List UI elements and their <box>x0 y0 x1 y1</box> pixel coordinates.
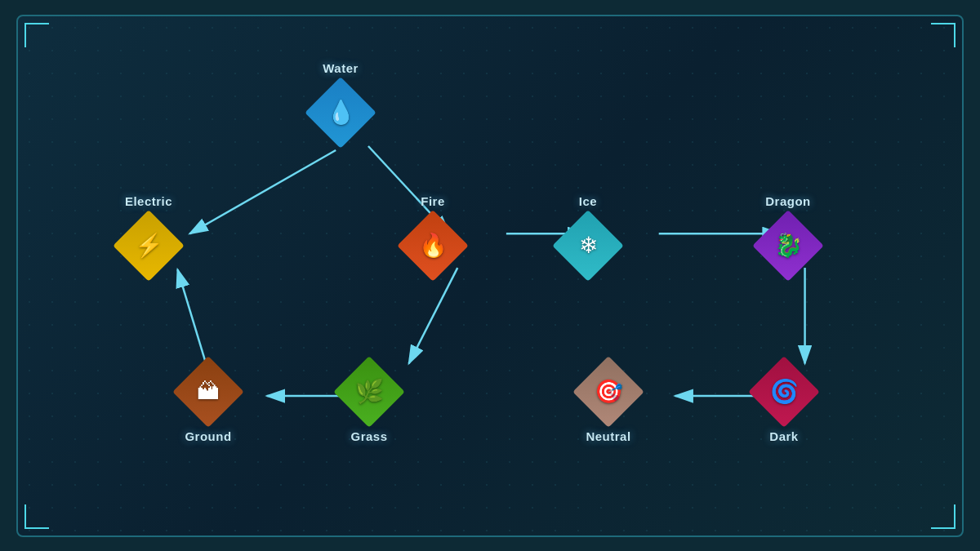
water-icon-wrap: 💧 <box>308 80 373 145</box>
ice-icon-wrap: ❄ <box>555 213 621 278</box>
element-dark[interactable]: 🌀 Dark <box>751 359 817 443</box>
electric-icon-wrap: ⚡ <box>116 213 181 278</box>
ground-icon-wrap: 🏔 <box>176 359 241 424</box>
element-neutral[interactable]: 🎯 Neutral <box>572 359 645 443</box>
fire-icon: 🔥 <box>419 234 448 257</box>
water-icon: 💧 <box>327 101 355 124</box>
ground-label: Ground <box>185 429 231 443</box>
grass-icon-wrap: 🌿 <box>336 359 402 424</box>
electric-icon: ⚡ <box>135 234 163 257</box>
dark-icon-wrap: 🌀 <box>751 359 817 424</box>
ice-icon: ❄ <box>579 234 598 257</box>
grass-label: Grass <box>350 429 387 443</box>
neutral-icon: 🎯 <box>595 380 623 403</box>
diagram-area: Water 💧 Electric ⚡ Fire 🔥 <box>18 16 962 535</box>
dark-icon: 🌀 <box>770 380 799 403</box>
element-electric[interactable]: Electric ⚡ <box>108 194 189 278</box>
element-water[interactable]: Water 💧 <box>304 61 377 145</box>
main-frame: Water 💧 Electric ⚡ Fire 🔥 <box>16 15 964 537</box>
svg-line-5 <box>177 269 206 363</box>
svg-line-3 <box>409 268 458 363</box>
element-dragon[interactable]: Dragon 🐉 <box>751 194 825 278</box>
element-ground[interactable]: 🏔 Ground <box>172 359 245 443</box>
grass-icon: 🌿 <box>355 380 384 403</box>
element-fire[interactable]: Fire 🔥 <box>400 194 466 278</box>
element-ice[interactable]: Ice ❄ <box>555 194 621 278</box>
dark-label: Dark <box>769 429 798 443</box>
element-grass[interactable]: 🌿 Grass <box>335 359 403 443</box>
ground-icon: 🏔 <box>197 380 220 403</box>
fire-label: Fire <box>421 194 445 208</box>
svg-line-1 <box>189 149 336 233</box>
ice-label: Ice <box>579 194 597 208</box>
dragon-icon-wrap: 🐉 <box>755 213 821 278</box>
dragon-label: Dragon <box>765 194 811 208</box>
dragon-icon: 🐉 <box>774 234 803 257</box>
neutral-icon-wrap: 🎯 <box>576 359 641 424</box>
neutral-label: Neutral <box>586 429 630 443</box>
electric-label: Electric <box>125 194 172 208</box>
water-label: Water <box>323 61 359 75</box>
fire-icon-wrap: 🔥 <box>400 213 466 278</box>
